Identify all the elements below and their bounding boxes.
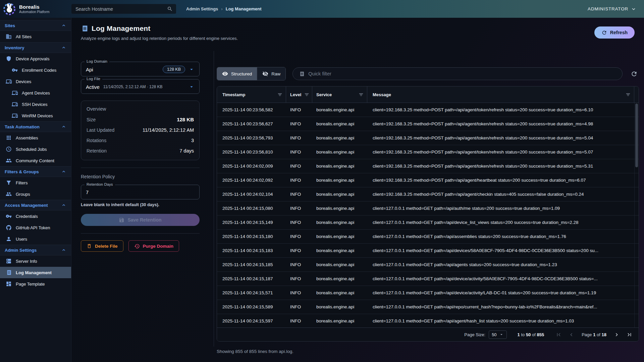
next-page-button[interactable] [613, 331, 621, 339]
chevron-down-icon [189, 66, 195, 72]
hostname-search[interactable] [71, 4, 176, 14]
refresh-icon [601, 30, 607, 36]
table-row[interactable]: 2025-11-14 00:24:15,589 INFO borealis.en… [217, 300, 639, 314]
cell-message: client=127.0.0.1 method=GET path=/api/de… [367, 290, 639, 295]
sidebar-item-community-content[interactable]: Community Content [0, 155, 71, 166]
sidebar-item-devices[interactable]: Devices [0, 76, 71, 87]
page-size-select[interactable]: 50 [489, 330, 506, 339]
sidebar-section-sites[interactable]: Sites [0, 20, 71, 31]
sidebar-item-all-sites[interactable]: All Sites [0, 31, 71, 42]
filter-icon[interactable] [304, 92, 309, 97]
delete-file-button[interactable]: Delete File [81, 240, 123, 252]
log-domain-select[interactable]: Log Domain Api 128 KB [81, 62, 200, 76]
retention-days-field[interactable]: Retention Days [81, 185, 200, 199]
table-row[interactable]: 2025-11-14 00:24:15,183 INFO borealis.en… [217, 244, 639, 258]
sidebar-item-log-management[interactable]: Log Management [0, 267, 71, 278]
table-header: Timestamp Level Service [217, 86, 639, 103]
table-row[interactable]: 2025-11-14 00:24:02,009 INFO borealis.en… [217, 159, 639, 173]
table-row[interactable]: 2025-11-14 00:24:15,185 INFO borealis.en… [217, 258, 639, 272]
sidebar-section-admin-settings[interactable]: Admin Settings [0, 245, 71, 255]
cell-timestamp: 2025-11-14 00:24:15,180 [217, 234, 286, 239]
table-row[interactable]: 2025-11-14 00:24:02,104 INFO borealis.en… [217, 187, 639, 201]
structured-view-button[interactable]: Structured [217, 67, 257, 80]
sidebar-item-winrm-devices[interactable]: WinRM Devices [0, 110, 71, 121]
sidebar-section-task-automation[interactable]: Task Automation [0, 121, 71, 132]
column-header-level[interactable]: Level [286, 86, 312, 103]
log-file-select[interactable]: Log File Active 11/14/2025, 2:12:12 AM ·… [81, 79, 200, 94]
log-file-value: Active [86, 84, 100, 90]
raw-view-button[interactable]: Raw [257, 67, 285, 80]
table-row[interactable]: 2025-11-14 00:24:02,092 INFO borealis.en… [217, 173, 639, 187]
key-icon [12, 67, 18, 73]
sidebar-item-enrollment-codes[interactable]: Enrollment Codes [0, 64, 71, 76]
column-header-service[interactable]: Service [312, 86, 367, 103]
last-page-button[interactable] [626, 331, 633, 339]
log-controls-panel: Log Domain Api 128 KB Log File Active 11… [81, 51, 214, 347]
reload-logs-button[interactable] [629, 69, 639, 79]
view-mode-toggle: Structured Raw [217, 67, 286, 80]
first-page-button[interactable] [555, 331, 562, 339]
breadcrumb: Admin Settings › Log Management [186, 6, 262, 11]
table-row[interactable]: 2025-11-14 00:24:15,149 INFO borealis.en… [217, 216, 639, 230]
table-row[interactable]: 2025-11-14 00:23:56,582 INFO borealis.en… [217, 103, 639, 117]
filter-icon[interactable] [626, 92, 631, 97]
previous-page-button[interactable] [568, 331, 575, 339]
cell-level: INFO [286, 248, 312, 253]
cell-message: client=192.168.3.25 method=POST path=/ap… [367, 164, 639, 169]
retention-days-input[interactable] [86, 189, 195, 196]
table-row[interactable]: 2025-11-14 00:23:56,810 INFO borealis.en… [217, 145, 639, 159]
sidebar-item-credentials[interactable]: Credentials [0, 210, 71, 222]
table-row[interactable]: 2025-11-14 00:24:15,080 INFO borealis.en… [217, 201, 639, 216]
sidebar-item-device-approvals[interactable]: Device Approvals [0, 53, 71, 64]
filter-icon[interactable] [277, 92, 282, 97]
sidebar-section-filters-groups[interactable]: Filters & Groups [0, 166, 71, 177]
cell-message: client=192.168.3.25 method=POST path=/ap… [367, 121, 639, 126]
cell-message: client=127.0.0.1 method=GET path=/api/au… [367, 206, 639, 211]
table-row[interactable]: 2025-11-14 00:24:15,187 INFO borealis.en… [217, 272, 639, 286]
building-icon [6, 34, 12, 40]
purge-domain-button[interactable]: Purge Domain [128, 240, 179, 252]
quick-filter-input[interactable] [308, 71, 616, 76]
sidebar-item-github-api-token[interactable]: GitHub API Token [0, 222, 71, 233]
vertical-scrollbar[interactable] [635, 104, 638, 167]
user-menu-button[interactable]: ADMINISTRATOR [588, 6, 637, 12]
cell-level: INFO [286, 220, 312, 225]
quick-filter[interactable] [292, 67, 623, 80]
sidebar-item-groups[interactable]: Groups [0, 188, 71, 200]
sidebar-section-inventory[interactable]: Inventory [0, 42, 71, 53]
breadcrumb-admin-settings[interactable]: Admin Settings [186, 6, 218, 11]
table-row[interactable]: 2025-11-14 00:23:56,627 INFO borealis.en… [217, 117, 639, 131]
sidebar-item-page-template[interactable]: Page Template [0, 278, 71, 290]
log-file-meta: 11/14/2025, 2:12:12 AM · 128 KB [103, 84, 163, 89]
filter-icon[interactable] [359, 92, 364, 97]
breadcrumb-log-management[interactable]: Log Management [226, 6, 262, 11]
sidebar-item-ssh-devices[interactable]: SSH Devices [0, 99, 71, 110]
cell-service: borealis.engine.api [312, 135, 367, 140]
refresh-button[interactable]: Refresh [594, 26, 635, 39]
hostname-search-input[interactable] [75, 6, 164, 12]
table-row[interactable]: 2025-11-14 00:24:15,597 INFO borealis.en… [217, 314, 639, 327]
sidebar-section-access-management[interactable]: Access Management [0, 200, 71, 210]
sidebar-item-assemblies[interactable]: Assemblies [0, 132, 71, 143]
cell-timestamp: 2025-11-14 00:24:02,092 [217, 178, 286, 183]
cell-service: borealis.engine.api [312, 192, 367, 197]
sidebar-item-scheduled-jobs[interactable]: Scheduled Jobs [0, 143, 71, 155]
table-row[interactable]: 2025-11-14 00:23:56,793 INFO borealis.en… [217, 131, 639, 145]
sidebar-item-users[interactable]: Users [0, 233, 71, 245]
cell-timestamp: 2025-11-14 00:24:15,571 [217, 290, 286, 295]
overview-title: Overview [87, 106, 194, 112]
devices-icon [12, 101, 18, 107]
column-header-message[interactable]: Message [367, 86, 634, 103]
table-row[interactable]: 2025-11-14 00:24:15,571 INFO borealis.en… [217, 286, 639, 300]
cell-service: borealis.engine.api [312, 304, 367, 309]
column-header-timestamp[interactable]: Timestamp [217, 86, 286, 103]
sidebar-item-agent-devices[interactable]: Agent Devices [0, 87, 71, 99]
cell-message: client=127.0.0.1 method=GET path=/api/de… [367, 248, 639, 253]
table-body: 2025-11-14 00:23:56,582 INFO borealis.en… [217, 103, 639, 327]
brand-title: Borealis [19, 4, 50, 10]
table-row[interactable]: 2025-11-14 00:24:15,180 INFO borealis.en… [217, 230, 639, 244]
save-retention-button[interactable]: Save Retention [81, 214, 200, 226]
refresh-icon [631, 70, 638, 77]
sidebar-item-filters[interactable]: Filters [0, 177, 71, 188]
sidebar-item-server-info[interactable]: Server Info [0, 255, 71, 267]
